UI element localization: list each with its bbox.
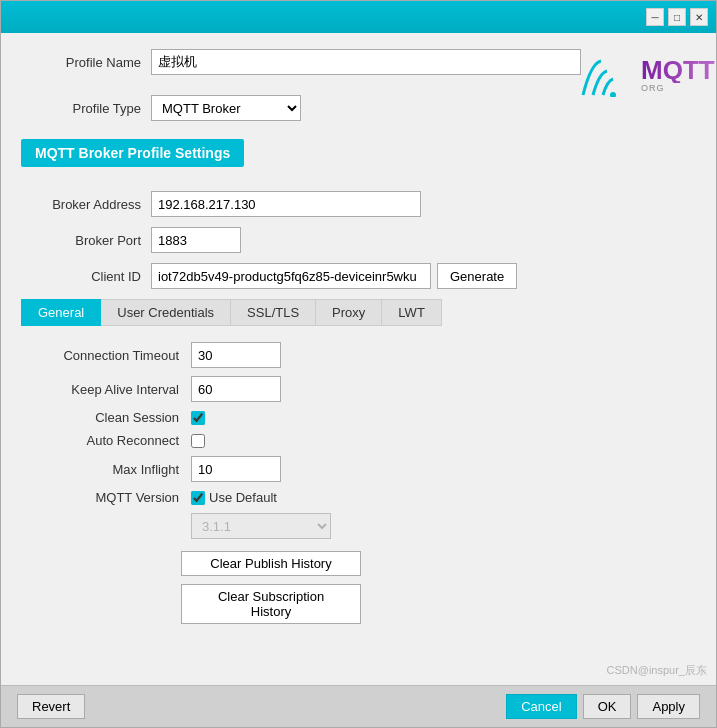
max-inflight-row: Max Inflight <box>31 456 696 482</box>
svg-point-0 <box>610 92 616 97</box>
auto-reconnect-label: Auto Reconnect <box>31 433 191 448</box>
clear-subscription-history-button[interactable]: Clear Subscription History <box>181 584 361 624</box>
section-header: MQTT Broker Profile Settings <box>21 139 244 167</box>
general-settings: Connection Timeout Keep Alive Interval C… <box>21 342 696 539</box>
tab-proxy[interactable]: Proxy <box>316 299 382 326</box>
mqtt-subtitle: ORG <box>641 83 665 93</box>
cancel-button[interactable]: Cancel <box>506 694 576 719</box>
client-id-row: Client ID Generate <box>21 263 696 289</box>
clean-session-label: Clean Session <box>31 410 191 425</box>
revert-button[interactable]: Revert <box>17 694 85 719</box>
mqtt-signal-icon <box>581 53 641 97</box>
mqtt-logo: MQTT ORG <box>581 53 715 97</box>
watermark: CSDN@inspur_辰东 <box>607 663 707 678</box>
broker-port-row: Broker Port <box>21 227 696 253</box>
close-button[interactable]: ✕ <box>690 8 708 26</box>
main-window: ─ □ ✕ Profile Name Profile Type MQTT Bro… <box>0 0 717 728</box>
mqtt-version-label: MQTT Version <box>31 490 191 505</box>
apply-button[interactable]: Apply <box>637 694 700 719</box>
connection-timeout-input[interactable] <box>191 342 281 368</box>
tab-user-credentials[interactable]: User Credentials <box>101 299 231 326</box>
broker-port-input[interactable] <box>151 227 241 253</box>
keep-alive-row: Keep Alive Interval <box>31 376 696 402</box>
broker-address-label: Broker Address <box>21 197 151 212</box>
mqtt-text: MQTT <box>641 57 715 83</box>
keep-alive-input[interactable] <box>191 376 281 402</box>
broker-address-input[interactable] <box>151 191 421 217</box>
auto-reconnect-checkbox-area <box>191 434 205 448</box>
connection-timeout-row: Connection Timeout <box>31 342 696 368</box>
client-id-label: Client ID <box>21 269 151 284</box>
mqtt-version-row: MQTT Version Use Default <box>31 490 696 505</box>
profile-name-input[interactable] <box>151 49 581 75</box>
clean-session-checkbox[interactable] <box>191 411 205 425</box>
history-buttons-area: Clear Publish History Clear Subscription… <box>21 551 696 632</box>
use-default-area: Use Default <box>191 490 277 505</box>
profile-type-label: Profile Type <box>21 101 151 116</box>
tabs-bar: General User Credentials SSL/TLS Proxy L… <box>21 299 696 326</box>
profile-name-label: Profile Name <box>21 55 151 70</box>
connection-timeout-label: Connection Timeout <box>31 348 191 363</box>
profile-name-row: Profile Name <box>21 49 581 75</box>
ok-button[interactable]: OK <box>583 694 632 719</box>
clean-session-row: Clean Session <box>31 410 696 425</box>
keep-alive-label: Keep Alive Interval <box>31 382 191 397</box>
profile-type-row: Profile Type MQTT Broker <box>21 95 581 121</box>
content-area: Profile Name Profile Type MQTT Broker <box>1 33 716 685</box>
footer-right: Cancel OK Apply <box>506 694 700 719</box>
title-bar: ─ □ ✕ <box>1 1 716 33</box>
clean-session-checkbox-area <box>191 411 205 425</box>
auto-reconnect-checkbox[interactable] <box>191 434 205 448</box>
minimize-button[interactable]: ─ <box>646 8 664 26</box>
use-default-text: Use Default <box>209 490 277 505</box>
broker-address-row: Broker Address <box>21 191 696 217</box>
mqtt-version-select[interactable]: 3.1.1 <box>191 513 331 539</box>
footer-bar: Revert Cancel OK Apply <box>1 685 716 727</box>
generate-button[interactable]: Generate <box>437 263 517 289</box>
broker-port-label: Broker Port <box>21 233 151 248</box>
use-default-checkbox[interactable] <box>191 491 205 505</box>
max-inflight-label: Max Inflight <box>31 462 191 477</box>
tab-general[interactable]: General <box>21 299 101 326</box>
profile-type-select[interactable]: MQTT Broker <box>151 95 301 121</box>
client-id-input[interactable] <box>151 263 431 289</box>
maximize-button[interactable]: □ <box>668 8 686 26</box>
tab-lwt[interactable]: LWT <box>382 299 441 326</box>
version-select-row: 3.1.1 <box>31 513 696 539</box>
tab-ssl-tls[interactable]: SSL/TLS <box>231 299 316 326</box>
clear-publish-history-button[interactable]: Clear Publish History <box>181 551 361 576</box>
auto-reconnect-row: Auto Reconnect <box>31 433 696 448</box>
max-inflight-input[interactable] <box>191 456 281 482</box>
window-controls: ─ □ ✕ <box>646 8 708 26</box>
